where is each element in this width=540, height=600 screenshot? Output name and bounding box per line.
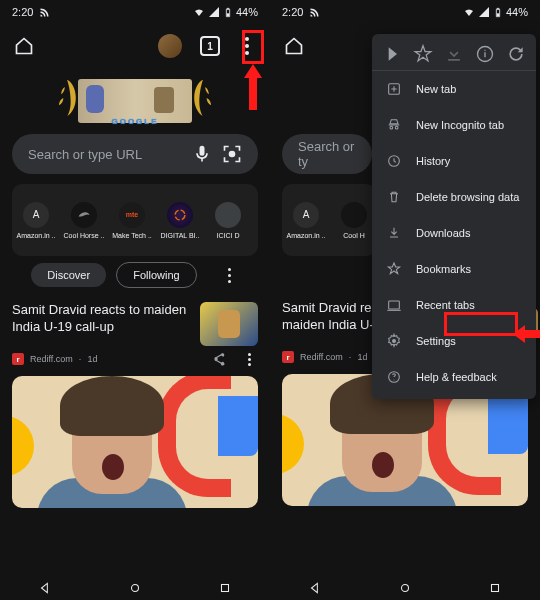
svg-rect-0 (227, 13, 230, 16)
home-icon[interactable] (284, 36, 304, 56)
menu-incognito[interactable]: New Incognito tab (372, 107, 536, 143)
signal-icon (208, 6, 220, 18)
chrome-topbar: 1 (0, 24, 270, 68)
article-card[interactable]: Samit Dravid reacts to maiden India U-19… (0, 294, 270, 350)
article-title: Samit Dravid reacts to maiden India U-19… (12, 302, 190, 346)
feed-more-button[interactable] (221, 268, 239, 283)
annotation-arrow-up (244, 64, 262, 114)
share-icon[interactable] (212, 352, 226, 366)
menu-settings[interactable]: Settings (372, 323, 536, 359)
source-icon: r (12, 353, 24, 365)
nav-back[interactable] (308, 581, 322, 595)
mic-icon[interactable] (192, 144, 212, 164)
tab-following[interactable]: Following (116, 262, 196, 288)
tab-discover[interactable]: Discover (31, 263, 106, 287)
signal-icon (478, 6, 490, 18)
article-age: 1d (87, 354, 97, 364)
menu-recent-tabs[interactable]: Recent tabs (372, 287, 536, 323)
wifi-icon (193, 6, 205, 18)
wifi-icon (463, 6, 475, 18)
nav-recent[interactable] (488, 581, 502, 595)
status-bar: 2:20 44% (270, 0, 540, 24)
android-navbar (270, 576, 540, 600)
home-icon[interactable] (14, 36, 34, 56)
svg-rect-6 (492, 585, 499, 592)
menu-new-tab[interactable]: New tab (372, 71, 536, 107)
tile-amazon[interactable]: AAmazon.in .. (282, 202, 330, 239)
article-meta: r Rediff.com · 1d (0, 350, 270, 372)
nav-back[interactable] (38, 581, 52, 595)
nav-home[interactable] (128, 581, 142, 595)
forward-icon[interactable] (382, 44, 402, 64)
article-more-button[interactable] (240, 353, 258, 366)
svg-point-11 (392, 339, 396, 343)
doodle-text: GOOGLE (70, 117, 200, 126)
svg-rect-10 (389, 301, 400, 309)
android-navbar (0, 576, 270, 600)
svg-rect-4 (497, 13, 500, 16)
tile-coolhorse[interactable]: Cool H (330, 202, 376, 239)
more-menu-button[interactable] (238, 37, 256, 55)
feed-tabs: Discover Following (12, 262, 258, 288)
tile-amazon[interactable]: AAmazon.in .. (12, 202, 60, 239)
tile-maketech[interactable]: mteMake Tech .. (108, 202, 156, 239)
svg-point-1 (175, 210, 185, 220)
svg-point-2 (132, 585, 139, 592)
article-thumb (200, 302, 258, 346)
battery-icon (223, 6, 233, 19)
hero-card[interactable] (12, 376, 258, 508)
download-icon (444, 44, 464, 64)
google-doodle[interactable]: GOOGLE (70, 74, 200, 126)
cast-icon (309, 6, 321, 18)
menu-toolbar (372, 38, 536, 71)
battery-pct: 44% (236, 6, 258, 18)
source-icon: r (282, 351, 294, 363)
shortcut-tiles: AAmazon.in .. Cool Horse .. mteMake Tech… (12, 184, 258, 256)
nav-recent[interactable] (218, 581, 232, 595)
menu-help[interactable]: Help & feedback (372, 359, 536, 395)
menu-downloads[interactable]: Downloads (372, 215, 536, 251)
source-name: Rediff.com (30, 354, 73, 364)
phone-left: 2:20 44% 1 GOOGLE Search or type URL AAm… (0, 0, 270, 600)
phone-right: 2:20 44% Search or ty AAmazon.in .. Cool… (270, 0, 540, 600)
battery-icon (493, 6, 503, 19)
tile-coolhorse[interactable]: Cool Horse .. (60, 202, 108, 239)
search-bar[interactable]: Search or ty (282, 134, 372, 174)
lens-icon[interactable] (222, 144, 242, 164)
status-bar: 2:20 44% (0, 0, 270, 24)
tab-switcher[interactable]: 1 (200, 36, 220, 56)
status-time: 2:20 (12, 6, 33, 18)
star-icon[interactable] (413, 44, 433, 64)
svg-point-5 (402, 585, 409, 592)
search-placeholder: Search or ty (298, 139, 356, 169)
menu-bookmarks[interactable]: Bookmarks (372, 251, 536, 287)
search-bar[interactable]: Search or type URL (12, 134, 258, 174)
menu-delete-data[interactable]: Delete browsing data (372, 179, 536, 215)
info-icon[interactable] (475, 44, 495, 64)
shortcut-tiles: AAmazon.in .. Cool H (282, 184, 376, 256)
reload-icon[interactable] (506, 44, 526, 64)
tile-icici[interactable]: ICICI D (204, 202, 252, 239)
svg-rect-3 (222, 585, 229, 592)
menu-history[interactable]: History (372, 143, 536, 179)
search-placeholder: Search or type URL (28, 147, 182, 162)
profile-avatar[interactable] (158, 34, 182, 58)
overflow-menu: New tab New Incognito tab History Delete… (372, 34, 536, 399)
nav-home[interactable] (398, 581, 412, 595)
cast-icon (39, 6, 51, 18)
tile-digital[interactable]: DIGITAL BI.. (156, 202, 204, 239)
